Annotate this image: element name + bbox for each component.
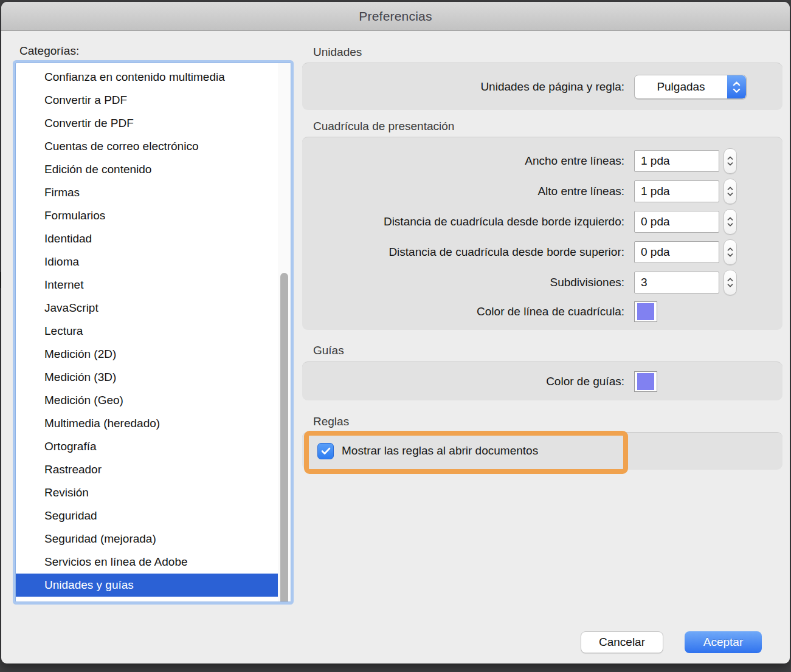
sidebar-item-rastreador[interactable]: Rastreador [16, 458, 277, 481]
show-rulers-label: Mostrar las reglas al abrir documentos [342, 444, 538, 458]
scrollbar-thumb[interactable] [280, 273, 288, 602]
stepper-down-icon [727, 162, 733, 166]
sidebar-item-medicion-3d[interactable]: Medición (3D) [16, 366, 277, 389]
sidebar-item-lectura[interactable]: Lectura [16, 320, 277, 343]
guides-color-row: Color de guías: [302, 362, 782, 401]
sidebar-item-cuentas-de-correo-electronico[interactable]: Cuentas de correo electrónico [16, 135, 277, 158]
sidebar-item-convertir-a-pdf[interactable]: Convertir a PDF [16, 89, 277, 112]
sidebar-item-firmas[interactable]: Firmas [16, 181, 277, 204]
sidebar-item-idioma[interactable]: Idioma [16, 250, 277, 273]
grid-height-stepper[interactable] [724, 179, 737, 204]
stepper-up-icon [727, 278, 733, 281]
scrollbar-track[interactable] [278, 63, 291, 602]
sidebar-item-unidades-y-guias[interactable]: Unidades y guías [16, 574, 291, 597]
guides-color-swatch [637, 373, 654, 390]
cancel-button[interactable]: Cancelar [581, 631, 663, 653]
panel-guias: Color de guías: [302, 362, 782, 400]
sidebar-item-javascript[interactable]: JavaScript [16, 297, 277, 320]
grid-offset-top-stepper[interactable] [724, 239, 737, 265]
grid-offset-top-input[interactable] [634, 241, 719, 263]
title-bar[interactable]: Preferencias [1, 2, 790, 31]
grid-width-stepper[interactable] [724, 148, 737, 174]
grid-color-row: Color de línea de cuadrícula: [302, 298, 782, 326]
stepper-down-icon [727, 284, 733, 287]
dialog-title: Preferencias [359, 9, 432, 24]
section-title-unidades: Unidades [313, 46, 362, 59]
stepper-down-icon [727, 223, 733, 227]
grid-offset-left-label: Distancia de cuadrícula desde borde izqu… [302, 215, 624, 228]
panel-reglas: Mostrar las reglas al abrir documentos [302, 432, 782, 470]
grid-offset-left-row: Distancia de cuadrícula desde borde izqu… [302, 207, 782, 237]
grid-color-label: Color de línea de cuadrícula: [302, 305, 624, 318]
dropdown-arrows-icon [727, 75, 746, 98]
sidebar-item-revision[interactable]: Revisión [16, 481, 277, 504]
grid-offset-left-stepper[interactable] [724, 209, 737, 235]
sidebar-item-medicion-2d[interactable]: Medición (2D) [16, 343, 277, 366]
panel-cuadricula: Ancho entre líneas: Alto entre líneas: [302, 137, 782, 330]
sidebar-item-convertir-de-pdf[interactable]: Convertir de PDF [16, 112, 277, 135]
sidebar-item-ortografia[interactable]: Ortografía [16, 435, 277, 458]
grid-color-well[interactable] [634, 301, 657, 322]
show-rulers-row: Mostrar las reglas al abrir documentos [302, 433, 782, 469]
sidebar-item-medicion-geo[interactable]: Medición (Geo) [16, 389, 277, 412]
subdivisions-input[interactable] [634, 272, 719, 293]
stepper-up-icon [727, 217, 733, 221]
subdivisions-stepper[interactable] [724, 270, 737, 295]
preferences-dialog: Preferencias Categorías: Confianza en co… [1, 2, 790, 663]
panel-unidades: Unidades de página y regla: Pulgadas [302, 63, 782, 110]
guides-color-well[interactable] [634, 371, 657, 392]
categories-label: Categorías: [19, 44, 79, 58]
grid-color-swatch [637, 303, 654, 320]
grid-width-label: Ancho entre líneas: [302, 154, 624, 168]
sidebar-item-servicios-en-linea-de-adobe[interactable]: Servicios en línea de Adobe [16, 550, 277, 574]
grid-offset-top-label: Distancia de cuadrícula desde borde supe… [302, 245, 624, 259]
sidebar-item-identidad[interactable]: Identidad [16, 227, 277, 250]
grid-height-input[interactable] [634, 180, 719, 202]
accept-button[interactable]: Aceptar [685, 631, 762, 653]
sidebar-item-internet[interactable]: Internet [16, 273, 277, 297]
grid-height-row: Alto entre líneas: [302, 176, 782, 207]
grid-height-label: Alto entre líneas: [302, 185, 624, 198]
stepper-down-icon [727, 193, 733, 196]
units-dropdown[interactable]: Pulgadas [634, 75, 747, 99]
section-title-cuadricula: Cuadrícula de presentación [313, 120, 454, 133]
sidebar-item-seguridad-mejorada[interactable]: Seguridad (mejorada) [16, 527, 277, 550]
show-rulers-checkbox[interactable] [317, 443, 334, 459]
sidebar-item-formularios[interactable]: Formularios [16, 204, 277, 227]
categories-list[interactable]: Confianza en contenido multimediaConvert… [15, 63, 291, 602]
sidebar-item-seguridad[interactable]: Seguridad [16, 504, 277, 527]
subdivisions-label: Subdivisiones: [302, 276, 624, 289]
categories-rows: Confianza en contenido multimediaConvert… [16, 66, 277, 597]
units-dropdown-value: Pulgadas [635, 80, 727, 94]
stepper-up-icon [727, 156, 733, 160]
grid-width-input[interactable] [634, 150, 719, 172]
guides-color-label: Color de guías: [302, 375, 624, 388]
screen: Preferencias Categorías: Confianza en co… [0, 0, 791, 672]
sidebar-item-confianza-en-contenido-multimedia[interactable]: Confianza en contenido multimedia [16, 66, 277, 89]
grid-offset-left-input[interactable] [634, 211, 719, 233]
grid-offset-top-row: Distancia de cuadrícula desde borde supe… [302, 237, 782, 267]
section-title-reglas: Reglas [313, 415, 349, 428]
sidebar-item-multimedia-heredado[interactable]: Multimedia (heredado) [16, 412, 277, 435]
stepper-up-icon [727, 247, 733, 251]
checkmark-icon [321, 447, 331, 455]
grid-width-row: Ancho entre líneas: [302, 146, 782, 176]
page-units-label: Unidades de página y regla: [302, 80, 624, 94]
section-title-guias: Guías [313, 344, 344, 357]
stepper-up-icon [727, 187, 733, 190]
stepper-down-icon [727, 253, 733, 257]
subdivisions-row: Subdivisiones: [302, 267, 782, 298]
sidebar-item-edicion-de-contenido[interactable]: Edición de contenido [16, 158, 277, 181]
